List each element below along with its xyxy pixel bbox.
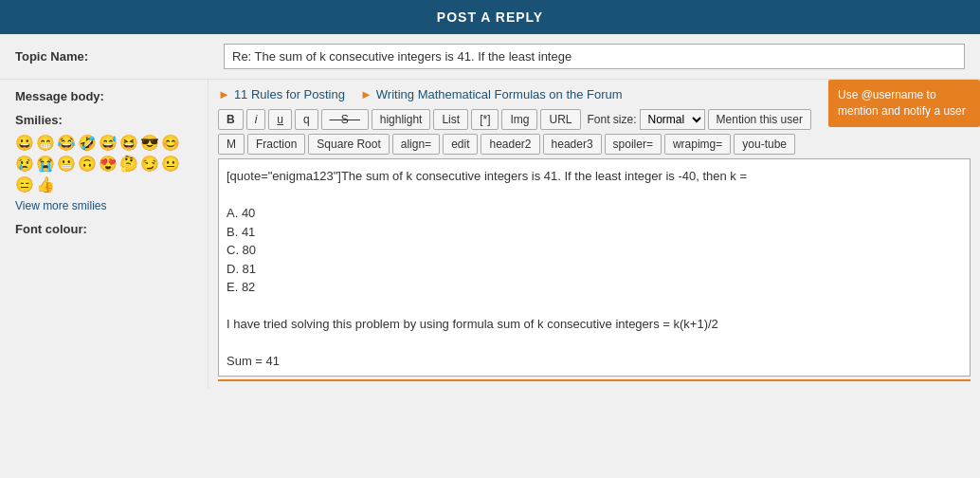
smiley-1[interactable]: 😀 — [15, 133, 34, 152]
smilies-section: Smilies: 😀 😁 😂 🤣 😅 😆 😎 😊 😢 😭 😬 🙃 😍 🤔 😏 😐 — [15, 113, 192, 212]
star-button[interactable]: [*] — [471, 109, 499, 130]
smiley-5[interactable]: 😅 — [99, 133, 118, 152]
rules-arrow-icon: ► — [218, 87, 230, 101]
m-button[interactable]: M — [218, 134, 245, 155]
header-title: POST A REPLY — [437, 9, 543, 25]
italic-button[interactable]: i — [246, 109, 266, 130]
smiley-11[interactable]: 😬 — [57, 154, 76, 173]
smilies-grid: 😀 😁 😂 🤣 😅 😆 😎 😊 😢 😭 😬 🙃 😍 🤔 😏 😐 😑 👍 — [15, 133, 192, 193]
message-textarea[interactable]: [quote="enigma123"]The sum of k consecut… — [218, 158, 971, 377]
font-colour-label: Font colour: — [15, 222, 192, 236]
body-layout: Message body: Smilies: 😀 😁 😂 🤣 😅 😆 😎 😊 😢… — [0, 80, 980, 389]
smiley-12[interactable]: 🙃 — [78, 154, 97, 173]
smiley-2[interactable]: 😁 — [36, 133, 55, 152]
youtube-button[interactable]: you-tube — [734, 134, 795, 155]
smiley-18[interactable]: 👍 — [36, 175, 55, 193]
spoiler-button[interactable]: spoiler= — [605, 134, 662, 155]
header2-button[interactable]: header2 — [481, 134, 539, 155]
list-button[interactable]: List — [433, 109, 468, 130]
font-size-select[interactable]: Normal Small Large Huge — [640, 109, 705, 130]
q-button[interactable]: q — [295, 109, 318, 130]
editor-area: Use @username to mention and notify a us… — [209, 80, 980, 389]
textarea-wrapper: [quote="enigma123"]The sum of k consecut… — [218, 158, 971, 381]
font-size-label: Font size: — [588, 113, 637, 126]
align-button[interactable]: align= — [392, 134, 440, 155]
header3-button[interactable]: header3 — [543, 134, 602, 155]
topic-input[interactable] — [224, 44, 965, 69]
strike-button[interactable]: —S— — [321, 109, 369, 130]
smiley-8[interactable]: 😊 — [161, 133, 180, 152]
wrapimg-button[interactable]: wrapimg= — [664, 134, 731, 155]
img-button[interactable]: Img — [501, 109, 537, 130]
formulas-link[interactable]: ► Writing Mathematical Formulas on the F… — [360, 87, 623, 101]
smiley-17[interactable]: 😑 — [15, 175, 34, 193]
square-root-button[interactable]: Square Root — [308, 134, 389, 155]
smiley-16[interactable]: 😐 — [161, 154, 180, 173]
topic-row: Topic Name: — [0, 34, 980, 80]
smiley-6[interactable]: 😆 — [119, 133, 138, 152]
edit-button[interactable]: edit — [443, 134, 478, 155]
url-button[interactable]: URL — [540, 109, 580, 130]
formulas-label: Writing Mathematical Formulas on the For… — [376, 87, 623, 101]
topic-label: Topic Name: — [15, 49, 224, 64]
smiley-4[interactable]: 🤣 — [78, 133, 97, 152]
smiley-3[interactable]: 😂 — [57, 133, 76, 152]
smiley-10[interactable]: 😭 — [36, 154, 55, 173]
smiley-7[interactable]: 😎 — [140, 133, 159, 152]
smiley-9[interactable]: 😢 — [15, 154, 34, 173]
message-body-section: Message body: — [15, 89, 192, 103]
underline-button[interactable]: u — [268, 109, 292, 130]
smiley-13[interactable]: 😍 — [99, 154, 118, 173]
formulas-arrow-icon: ► — [360, 87, 372, 101]
view-more-smilies-link[interactable]: View more smilies — [15, 199, 192, 212]
smiley-15[interactable]: 😏 — [140, 154, 159, 173]
message-body-label: Message body: — [15, 89, 192, 103]
font-colour-section: Font colour: — [15, 222, 192, 236]
rules-label: 11 Rules for Posting — [234, 87, 345, 101]
toolbar-row2: M Fraction Square Root align= edit heade… — [218, 134, 971, 155]
highlight-button[interactable]: highlight — [372, 109, 431, 130]
fraction-button[interactable]: Fraction — [247, 134, 305, 155]
rules-link[interactable]: ► 11 Rules for Posting — [218, 87, 345, 101]
sidebar: Message body: Smilies: 😀 😁 😂 🤣 😅 😆 😎 😊 😢… — [0, 80, 209, 389]
bold-button[interactable]: B — [218, 109, 244, 130]
smiley-14[interactable]: 🤔 — [119, 154, 138, 173]
mention-tooltip: Use @username to mention and notify a us… — [828, 80, 980, 127]
mention-button[interactable]: Mention this user — [708, 109, 811, 130]
page-header: POST A REPLY — [0, 0, 980, 34]
smilies-label: Smilies: — [15, 113, 192, 127]
